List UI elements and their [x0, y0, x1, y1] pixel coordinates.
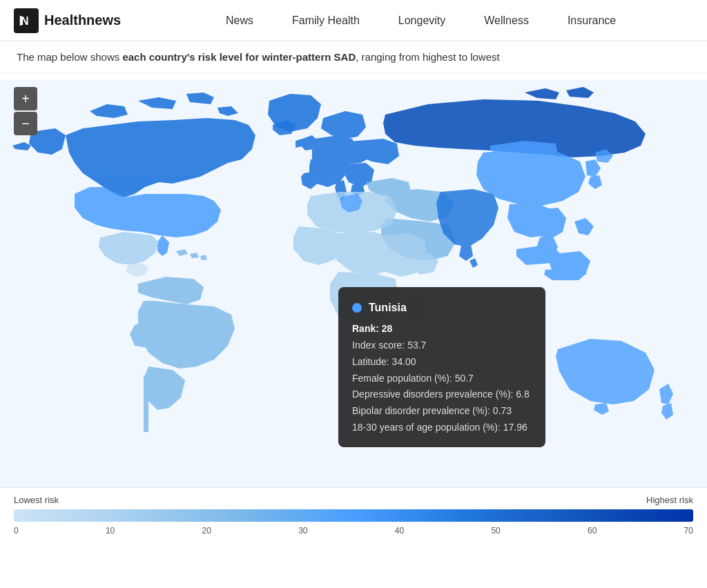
tooltip-index-score: Index score: 53.7 [352, 337, 532, 354]
zoom-in-button[interactable]: + [14, 87, 37, 110]
subheader-text: The map below shows each country's risk … [0, 41, 707, 73]
subheader-normal: The map below shows [17, 51, 122, 63]
legend-tick-0: 0 [14, 526, 19, 536]
country-tooltip: Tunisia Rank: 28 Index score: 53.7 Latit… [338, 287, 545, 447]
nav-item-news[interactable]: News [206, 0, 273, 41]
site-logo-text: Healthnews [44, 12, 121, 28]
subheader-suffix: , ranging from highest to lowest [356, 51, 499, 63]
main-nav: News Family Health Longevity Wellness In… [148, 0, 693, 41]
header: N Healthnews News Family Health Longevit… [0, 0, 707, 41]
tooltip-latitude: Latitude: 34.00 [352, 354, 532, 371]
legend-tick-30: 30 [298, 526, 307, 536]
tooltip-age-pop: 18-30 years of age population (%): 17.96 [352, 420, 532, 436]
svg-text:N: N [21, 15, 29, 27]
tooltip-female-pop: Female population (%): 50.7 [352, 371, 532, 387]
map-legend: Lowest risk Highest risk 0 10 20 30 40 5… [0, 487, 707, 542]
legend-tick-10: 10 [106, 526, 115, 536]
nav-item-insurance[interactable]: Insurance [548, 0, 635, 41]
legend-labels: Lowest risk Highest risk [14, 495, 693, 505]
logo-area: N Healthnews [14, 8, 121, 33]
nav-item-longevity[interactable]: Longevity [379, 0, 465, 41]
map-container: + − Tunisia Rank: 28 Index score: 53.7 L… [0, 73, 707, 542]
zoom-out-button[interactable]: − [14, 112, 37, 135]
legend-lowest-label: Lowest risk [14, 495, 59, 505]
subheader-bold: each country's risk level for winter-pat… [122, 51, 356, 63]
nav-item-wellness[interactable]: Wellness [465, 0, 548, 41]
tooltip-bipolar: Bipolar disorder prevalence (%): 0.73 [352, 403, 532, 420]
legend-tick-50: 50 [491, 526, 500, 536]
legend-tick-40: 40 [395, 526, 404, 536]
legend-ticks: 0 10 20 30 40 50 60 70 [14, 526, 693, 536]
legend-highest-label: Highest risk [646, 495, 693, 505]
tooltip-dot-icon [352, 303, 362, 313]
nav-item-family-health[interactable]: Family Health [273, 0, 379, 41]
legend-tick-70: 70 [684, 526, 693, 536]
tooltip-rank: Rank: 28 [352, 321, 532, 337]
tooltip-depressive: Depressive disorders prevalence (%): 6.8 [352, 386, 532, 403]
legend-tick-20: 20 [202, 526, 211, 536]
legend-tick-60: 60 [588, 526, 597, 536]
tooltip-header: Tunisia [352, 298, 532, 317]
tooltip-country-name: Tunisia [369, 298, 407, 317]
legend-color-bar [14, 509, 693, 522]
zoom-controls: + − [14, 87, 37, 135]
logo-icon: N [14, 8, 39, 33]
